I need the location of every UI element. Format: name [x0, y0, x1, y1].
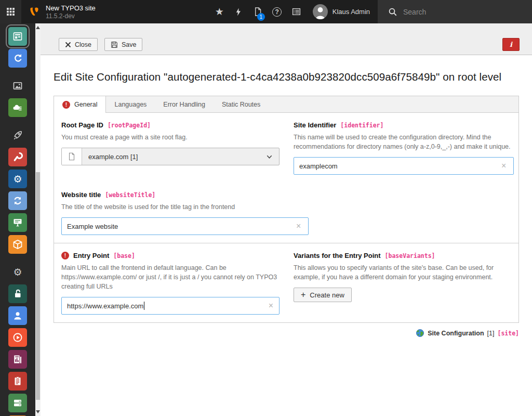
- clear-icon[interactable]: ×: [269, 302, 273, 310]
- help-button[interactable]: ?: [268, 0, 287, 23]
- sidebar-item-play[interactable]: [8, 328, 27, 347]
- root-page-id-label: Root Page ID [rootPageId]: [61, 121, 279, 129]
- bolt-icon: [234, 8, 243, 16]
- root-page-id-description: You must create a page with a site root …: [61, 133, 279, 142]
- sidebar-item-gear[interactable]: ⚙: [8, 170, 27, 188]
- clear-icon[interactable]: ×: [501, 162, 506, 170]
- entry-point-description: Main URL to call the frontend in default…: [61, 263, 279, 291]
- website-title-label-text: Website title: [61, 191, 101, 199]
- tab-static-routes-label: Static Routes: [222, 101, 260, 108]
- avatar: [313, 4, 328, 19]
- create-new-button[interactable]: + Create new: [294, 288, 352, 302]
- sidebar-item-layout[interactable]: [8, 27, 27, 46]
- wrench-icon: [12, 152, 23, 162]
- root-page-id-select[interactable]: example.com [1]: [61, 148, 280, 165]
- sidebar-item-monitor[interactable]: [8, 213, 27, 232]
- info-button[interactable]: i: [502, 38, 520, 51]
- site-identifier-label-text: Site Identifier: [294, 121, 336, 129]
- docheader: Close Save i: [41, 23, 532, 55]
- redo-icon: [12, 53, 23, 63]
- form-tabs-container: ! General Languages Error Handling Stati…: [54, 96, 519, 323]
- clear-icon[interactable]: ×: [296, 222, 301, 230]
- module-menu-toggle[interactable]: [0, 0, 21, 23]
- record-information: Site Configuration [1] [site]: [54, 329, 519, 337]
- site-identifier-label: Site Identifier [identifier]: [294, 121, 511, 129]
- save-icon: [111, 41, 118, 48]
- root-page-id-label-text: Root Page ID: [61, 121, 103, 129]
- star-icon: ★: [215, 7, 224, 17]
- sidebar-scrollbar[interactable]: [35, 23, 41, 416]
- tab-error-handling[interactable]: Error Handling: [155, 96, 214, 112]
- general-panel-2: ! Entry Point [base] Main URL to call th…: [54, 243, 518, 322]
- save-button[interactable]: Save: [104, 38, 143, 51]
- site-identifier-code: [identifier]: [340, 122, 383, 129]
- sidebar-item-user[interactable]: [8, 306, 27, 325]
- sidebar-item-wrench[interactable]: [8, 148, 27, 166]
- topbar-search[interactable]: Search: [378, 0, 532, 23]
- apps-grid-icon: [6, 7, 15, 16]
- cube-icon: [12, 239, 23, 250]
- clipboard-icon: [12, 376, 23, 386]
- plus-icon: +: [301, 291, 305, 299]
- gear-icon: ⚙: [13, 174, 22, 184]
- sidebar-item-clipboard[interactable]: [8, 372, 27, 391]
- site-identifier-input[interactable]: [294, 157, 514, 175]
- layout-icon: [12, 31, 23, 42]
- user-menu[interactable]: Klaus Admin: [306, 0, 378, 23]
- brand-version: 11.5.2-dev: [46, 12, 96, 20]
- website-title-label: Website title [websiteTitle]: [61, 191, 511, 199]
- sync-icon: [12, 196, 23, 206]
- app-shell: ⚙: [0, 23, 532, 416]
- tab-general[interactable]: ! General: [54, 96, 106, 113]
- close-label: Close: [75, 41, 91, 48]
- save-label: Save: [122, 41, 137, 48]
- brand-text: New TYPO3 site 11.5.2-dev: [46, 4, 96, 20]
- clear-cache-button[interactable]: [229, 0, 248, 23]
- help-icon: ?: [272, 7, 282, 17]
- sidebar-item-redo[interactable]: [8, 49, 27, 68]
- sidebar-item-database[interactable]: [8, 394, 27, 412]
- entry-point-label-text: Entry Point: [73, 252, 109, 259]
- sidebar-item-image[interactable]: [8, 76, 27, 95]
- root-page-id-code: [rootPageId]: [108, 122, 151, 129]
- user-name: Klaus Admin: [332, 8, 370, 16]
- image-icon: [12, 81, 23, 91]
- sidebar-item-rocket[interactable]: [8, 126, 27, 145]
- scrollbar-down-arrow[interactable]: [36, 410, 40, 413]
- base-variants-code: [baseVariants]: [385, 252, 435, 259]
- entry-point-input[interactable]: https://www.example.com ×: [61, 297, 280, 315]
- record-title: Site Configuration: [428, 330, 484, 337]
- bookmarks-button[interactable]: ★: [210, 0, 229, 23]
- tab-languages-label: Languages: [114, 101, 147, 108]
- main-area: Close Save i Edit Site Configuration "au…: [41, 23, 532, 416]
- docheader-buttons: Close Save: [59, 38, 142, 51]
- scrollbar-up-arrow[interactable]: [36, 26, 40, 29]
- sidebar-item-sync[interactable]: [8, 191, 27, 210]
- tab-languages[interactable]: Languages: [106, 96, 155, 112]
- module-body: Edit Site Configuration "autogenerated-1…: [41, 55, 532, 337]
- scrollbar-thumb[interactable]: [36, 172, 40, 400]
- tab-error-icon: !: [62, 101, 70, 109]
- system-information-button[interactable]: [287, 0, 306, 23]
- opened-documents-button[interactable]: 1: [248, 0, 268, 23]
- sidebar-item-report[interactable]: [8, 350, 27, 369]
- text-caret: [144, 302, 144, 310]
- info-icon: i: [510, 41, 512, 48]
- record-uid: [1]: [487, 330, 495, 337]
- website-title-group: Website title [websiteTitle] The title o…: [54, 183, 518, 243]
- tab-static-routes[interactable]: Static Routes: [214, 96, 269, 112]
- report-icon: [12, 354, 23, 365]
- sidebar-item-cube[interactable]: [8, 235, 27, 254]
- sidebar-item-cloud[interactable]: [8, 98, 27, 117]
- tab-error-handling-label: Error Handling: [163, 101, 205, 108]
- module-sidebar: ⚙: [0, 23, 35, 416]
- general-panel-1: Root Page ID [rootPageId] You must creat…: [54, 113, 518, 243]
- close-button[interactable]: Close: [59, 38, 98, 51]
- site-identifier-group: Site Identifier [identifier] This name w…: [286, 113, 518, 183]
- play-circle-icon: [12, 332, 23, 343]
- site-brand[interactable]: New TYPO3 site 11.5.2-dev: [21, 0, 96, 23]
- sidebar-item-lock[interactable]: [8, 284, 27, 303]
- sidebar-item-gear-outline[interactable]: ⚙: [8, 263, 27, 281]
- entry-point-label: ! Entry Point [base]: [61, 252, 279, 259]
- website-title-input[interactable]: [61, 217, 309, 235]
